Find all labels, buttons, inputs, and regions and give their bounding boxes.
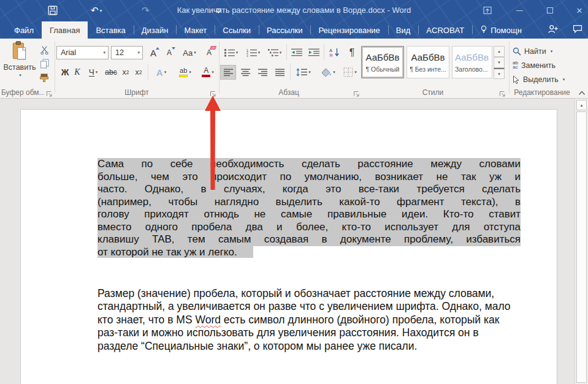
text-effects-button[interactable]: А▾ [151, 66, 172, 79]
styles-dialog-launcher[interactable] [499, 89, 506, 96]
selected-text-line: (например, чтобы наглядно выделить какой… [97, 196, 521, 209]
tab-home[interactable]: Главная [42, 21, 88, 39]
font-name-select[interactable]: Arial ▾ [56, 46, 109, 59]
font-color-button[interactable]: А ▾ [197, 64, 218, 80]
tab-file[interactable]: Файл [6, 21, 42, 39]
numbering-button[interactable]: 1 2 3 ▾ [243, 45, 263, 60]
tab-review[interactable]: Рецензирование [310, 21, 388, 39]
comments-button[interactable] [572, 24, 583, 36]
replace-button[interactable]: ab ac Заменить [513, 59, 556, 72]
multilevel-list-icon [268, 48, 278, 57]
bold-button[interactable]: Ж [59, 66, 71, 79]
strikethrough-button[interactable]: abc [103, 66, 119, 79]
align-center-button[interactable] [237, 65, 253, 80]
align-left-button[interactable] [220, 65, 236, 80]
underline-glyph: Ч [89, 68, 94, 77]
numbering-icon: 1 2 3 [246, 48, 257, 57]
separator [286, 44, 287, 60]
select-button[interactable]: Выделить ▾ [513, 73, 565, 86]
shrink-font-button[interactable]: А [162, 45, 177, 60]
justify-icon [275, 69, 284, 77]
tab-view[interactable]: Вид [388, 21, 419, 39]
align-center-icon [241, 69, 250, 77]
maximize-button[interactable] [541, 4, 559, 17]
decrease-indent-button[interactable] [289, 45, 305, 60]
styles-scroll-down-button[interactable]: ▾ [494, 57, 505, 68]
undo-dropdown-icon: ▾ [100, 8, 102, 13]
text-segment: кто знает, что в MS [97, 314, 195, 326]
styles-more-button[interactable]: ▾ [494, 68, 505, 79]
styles-scroll-up-button[interactable]: ▴ [494, 46, 505, 57]
qat-customize-button[interactable] [215, 4, 223, 17]
justify-button[interactable] [272, 65, 288, 80]
line-spacing-button[interactable]: ▾ [292, 65, 315, 80]
font-size-select[interactable]: 12 ▾ [111, 46, 143, 59]
align-right-button[interactable] [254, 65, 270, 80]
close-button[interactable]: ✕ [570, 4, 588, 17]
selected-text-last-line: от которой не так уж и легко. [97, 246, 521, 259]
document-page[interactable]: Сама по себе необходимость сделать расст… [20, 109, 557, 384]
tab-references[interactable]: Ссылки [215, 21, 259, 39]
undo-button[interactable]: ↶ ▾ [91, 4, 102, 17]
separator [324, 44, 324, 60]
grow-font-button[interactable]: А [146, 45, 161, 60]
shading-dropdown-icon: ▾ [333, 70, 335, 75]
minimize-button[interactable] [510, 4, 529, 17]
tab-design[interactable]: Дизайн [134, 21, 177, 39]
paragraph-dialog-launcher[interactable] [353, 89, 361, 96]
replace-label: Заменить [521, 61, 556, 70]
ribbon-display-options-button[interactable] [478, 4, 497, 17]
multilevel-list-button[interactable]: ▾ [265, 45, 284, 60]
text-line: стандартный, а увеличивается он разве чт… [97, 300, 536, 313]
font-size-value: 12 [115, 48, 124, 57]
share-button[interactable] [548, 24, 559, 36]
font-name-value: Arial [61, 48, 76, 57]
line-spacing-icon [296, 68, 307, 77]
clipboard-dialog-launcher[interactable] [46, 89, 53, 96]
style-card-no-spacing[interactable]: АаБбВв ¶ Без инте... [407, 46, 449, 78]
tab-acrobat[interactable]: ACROBAT [418, 21, 472, 39]
scroll-up-button[interactable]: ▴ [576, 100, 587, 110]
style-card-heading[interactable]: АаБбВв Заголово... [452, 46, 492, 78]
show-marks-button[interactable]: ¶ [345, 45, 359, 61]
underline-button[interactable]: Ч▾ [84, 66, 102, 79]
tab-assistant[interactable]: Помощн [472, 21, 530, 39]
clear-formatting-button[interactable]: А [202, 45, 216, 60]
paste-button[interactable]: Вставить ▾ [3, 41, 36, 86]
format-painter-button[interactable] [37, 72, 52, 84]
change-case-button[interactable]: Aa▾ [180, 45, 199, 60]
vertical-scrollbar[interactable]: ▴ [575, 99, 588, 384]
shading-button[interactable]: ▾ [317, 65, 339, 80]
tab-mailings[interactable]: Рассылки [259, 21, 310, 39]
format-painter-icon [39, 73, 49, 83]
selected-text-line: больше, чем это происходит по умолчанию,… [97, 171, 521, 184]
person-add-icon [548, 24, 559, 34]
dialog-launcher-icon [499, 91, 506, 97]
increase-indent-button[interactable] [306, 45, 322, 60]
copy-button[interactable] [37, 58, 52, 70]
font-color-icon: А [202, 67, 210, 77]
borders-button[interactable]: ▾ [340, 65, 360, 80]
redo-button[interactable]: ↷ [142, 4, 150, 17]
undo-icon: ↶ [91, 5, 99, 16]
collapse-ribbon-button[interactable] [577, 88, 587, 97]
tab-insert[interactable]: Вставка [88, 21, 133, 39]
highlight-button[interactable]: ab ▾ [174, 64, 197, 80]
bullets-icon [224, 48, 235, 57]
search-icon [513, 47, 521, 56]
superscript-button[interactable]: x2 [132, 66, 145, 79]
save-button[interactable] [48, 4, 58, 17]
cut-button[interactable] [37, 43, 52, 56]
style-card-normal[interactable]: АаБбВв ¶ Обычный [361, 46, 404, 78]
shrink-caret-icon [172, 47, 175, 50]
subscript-button[interactable]: x2 [120, 66, 132, 79]
scroll-thumb[interactable] [576, 111, 587, 383]
ribbon: Вставить ▾ Буфер обм... [0, 39, 588, 99]
bullets-button[interactable]: ▾ [221, 45, 241, 60]
sort-button[interactable]: А Я [326, 45, 343, 61]
find-button[interactable]: Найти ▾ [513, 45, 552, 58]
redo-icon: ↷ [142, 5, 150, 16]
tab-layout[interactable]: Макет [176, 21, 215, 39]
text-effects-glyph: А [156, 67, 163, 78]
italic-button[interactable]: К [72, 66, 83, 79]
